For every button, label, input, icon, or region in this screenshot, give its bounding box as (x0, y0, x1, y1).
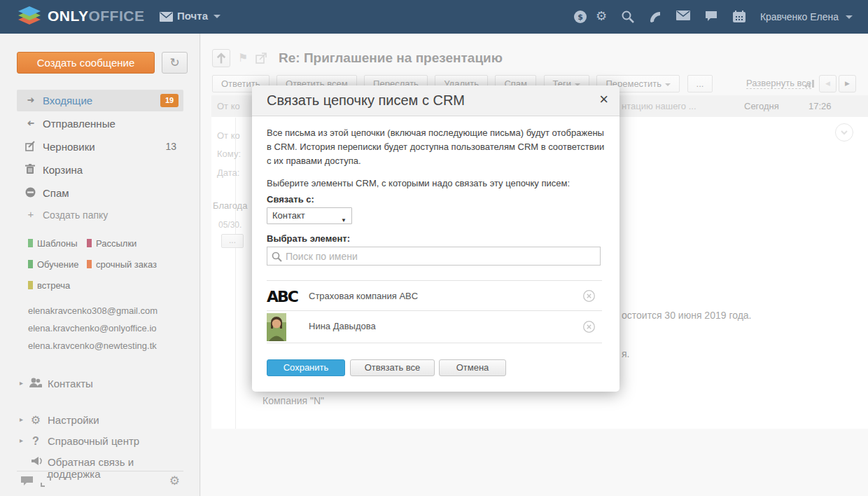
account-address[interactable]: elenakravcenko308@gmail.com (28, 305, 158, 316)
tag-label: Обучение (37, 259, 78, 270)
panel-settings-gear-icon[interactable]: ⚙ (169, 474, 180, 488)
sidebar-item-inbox[interactable]: ➜ Входящие 19 (17, 90, 183, 111)
inbox-arrow-icon: ➜ (25, 95, 36, 106)
folder-label: Спам (43, 187, 69, 199)
tag-label: встреча (37, 280, 70, 291)
sidebar-item-sent[interactable]: ➜ Отправленные (17, 113, 183, 135)
sidebar-item-settings[interactable]: ▸ ⚙ Настройки (17, 412, 183, 430)
sidebar-item-help[interactable]: ▸ ? Справочный центр (17, 433, 183, 451)
linked-entities-list: ABC Страховая компания ABC Нина Давыдова (267, 280, 602, 343)
create-folder-label: Создать папку (43, 209, 108, 221)
sent-arrow-icon: ➜ (25, 118, 36, 129)
module-switcher[interactable]: Почта (177, 10, 208, 22)
block-icon (25, 187, 36, 198)
gear-icon: ⚙ (29, 414, 42, 427)
entity-search-field[interactable] (267, 247, 601, 266)
tag-color-marker (87, 239, 92, 247)
search-icon[interactable] (622, 11, 634, 23)
logo-only: ONLY (48, 8, 88, 24)
tag-item[interactable]: Рассылки (87, 238, 136, 249)
onlyoffice-logo-icon[interactable] (17, 6, 42, 28)
create-folder-button[interactable]: + Создать папку (17, 206, 183, 224)
list-item: ABC Страховая компания ABC (267, 280, 602, 311)
chevron-right-icon: ▸ (20, 436, 23, 444)
sidebar-item-drafts[interactable]: Черновики 13 (17, 136, 183, 158)
folder-label: Отправленные (43, 118, 115, 130)
unlink-all-button[interactable]: Отвязать все (350, 359, 435, 376)
tag-item[interactable]: встреча (28, 280, 70, 291)
sidebar-item-trash[interactable]: Корзина (17, 159, 183, 181)
entity-type-value: Контакт (272, 210, 305, 221)
unread-badge: 19 (160, 94, 178, 107)
contact-avatar (267, 313, 286, 341)
tag-label: Шаблоны (37, 238, 78, 249)
user-caret-icon[interactable] (846, 15, 853, 19)
folder-count: 13 (165, 141, 176, 152)
calendar-icon[interactable] (733, 11, 746, 22)
sidebar-item-feedback[interactable]: Обратная связь и поддержка (17, 454, 183, 472)
chevron-right-icon: ▸ (20, 415, 23, 423)
refresh-button[interactable]: ↻ (162, 52, 188, 74)
account-address[interactable]: elena.kravchenko@onlyoffice.io (28, 323, 157, 333)
plus-icon: + (25, 209, 36, 220)
tag-label: срочный заказ (96, 259, 157, 270)
nav-label: Справочный центр (48, 435, 139, 447)
draft-icon (25, 141, 36, 152)
sidebar-item-contacts[interactable]: ▸ Контакты (17, 376, 183, 394)
close-icon[interactable]: × (599, 90, 608, 109)
link-with-label: Связать с: (267, 194, 314, 205)
search-icon (272, 252, 282, 262)
question-icon: ? (29, 435, 42, 448)
compose-button[interactable]: Создать сообщение (17, 52, 155, 74)
entity-type-select[interactable]: Контакт ▼ (267, 207, 352, 224)
megaphone-icon (31, 456, 43, 469)
entity-name: Страховая компания ABC (309, 291, 418, 301)
logo-office: OFFICE (88, 8, 144, 24)
tag-color-marker (28, 260, 33, 268)
dialog-description: Все письма из этой цепочки (включая посл… (267, 126, 606, 168)
dialog-header: Связать цепочку писем с CRM × (252, 85, 620, 116)
top-bar: ONLYOFFICE Почта $ ⚙ Кравченко Елена (0, 0, 868, 34)
mail-icon[interactable] (676, 11, 690, 20)
nav-label: Контакты (48, 378, 93, 390)
sidebar: Создать сообщение ↻ ➜ Входящие 19 ➜ Отпр… (0, 34, 200, 496)
talk-icon[interactable] (705, 11, 718, 22)
unlink-item-icon[interactable] (583, 290, 595, 302)
folder-label: Входящие (43, 95, 92, 106)
sidebar-item-spam[interactable]: Спам (17, 182, 183, 204)
dialog-select-prompt: Выберите элементы CRM, с которыми надо с… (267, 178, 606, 188)
company-logo: ABC (267, 288, 298, 305)
tag-label: Рассылки (96, 238, 136, 249)
unlink-item-icon[interactable] (583, 321, 595, 333)
list-item: Нина Давыдова (267, 311, 602, 343)
contacts-icon (29, 378, 42, 390)
nav-label: Настройки (48, 414, 99, 426)
tag-color-marker (87, 260, 92, 268)
chevron-right-icon: ▸ (20, 379, 23, 387)
search-input[interactable] (286, 247, 597, 265)
nav-label: Обратная связь и поддержка (48, 456, 183, 480)
refresh-icon: ↻ (169, 55, 179, 69)
feed-icon[interactable] (649, 11, 662, 23)
settings-icon[interactable]: ⚙ (596, 8, 607, 23)
cancel-button[interactable]: Отмена (439, 359, 506, 376)
tag-item[interactable]: Обучение (28, 259, 78, 270)
trash-icon (25, 164, 36, 175)
svg-text:$: $ (578, 13, 583, 22)
select-arrow-icon: ▼ (341, 213, 346, 228)
expand-panel-icon[interactable] (41, 476, 51, 487)
user-menu[interactable]: Кравченко Елена (760, 11, 839, 22)
module-caret-icon[interactable] (214, 15, 220, 18)
tag-item[interactable]: Шаблоны (28, 238, 78, 249)
payments-icon[interactable]: $ (574, 11, 587, 23)
divider (17, 471, 183, 471)
tag-color-marker (28, 239, 33, 247)
tag-item[interactable]: срочный заказ (87, 259, 157, 270)
save-button[interactable]: Сохранить (267, 359, 345, 376)
tag-color-marker (28, 281, 33, 289)
folder-label: Корзина (43, 164, 83, 176)
support-chat-icon[interactable] (21, 476, 33, 486)
account-address[interactable]: elena.kravcenko@newtesting.tk (28, 340, 157, 351)
folder-label: Черновики (43, 141, 95, 153)
logo-wordmark[interactable]: ONLYOFFICE (48, 8, 144, 25)
